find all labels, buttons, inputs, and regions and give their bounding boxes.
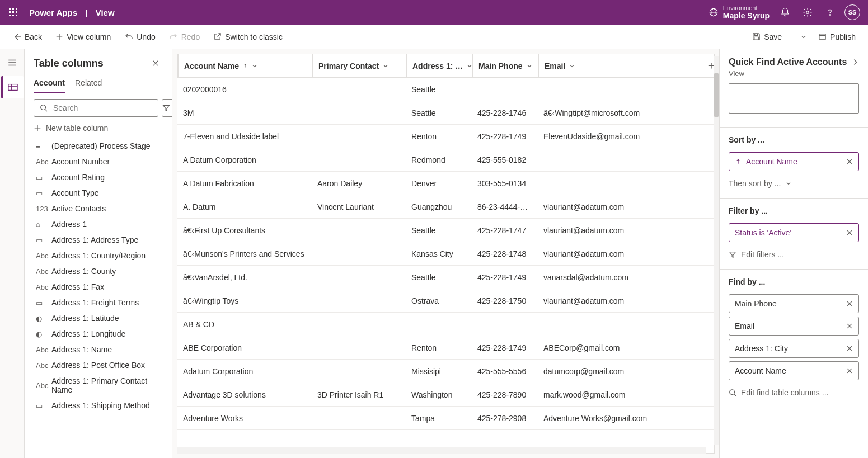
hamburger-icon[interactable] — [1, 51, 24, 74]
column-header-primary-contact[interactable]: Primary Contact — [312, 54, 406, 77]
column-item[interactable]: AbcAddress 1: Post Office Box — [34, 357, 167, 373]
column-item[interactable]: ◐Address 1: Longitude — [34, 326, 167, 342]
field-type-icon: Abc — [36, 267, 46, 276]
filter-chip-status-active[interactable]: Status is 'Active' — [729, 223, 859, 242]
name-input[interactable] — [729, 83, 859, 114]
column-header-email[interactable]: Email — [538, 54, 714, 77]
table-cell: Vincent Lauriant — [312, 202, 406, 211]
view-column-label: View column — [67, 32, 111, 41]
column-item[interactable]: ▭Account Type — [34, 185, 167, 201]
column-item[interactable]: AbcAccount Number — [34, 154, 167, 169]
app-separator: | — [85, 8, 87, 17]
find-chip[interactable]: Email — [729, 317, 859, 336]
remove-chip-icon[interactable] — [846, 158, 853, 165]
redo-button: Redo — [163, 28, 205, 46]
column-header-account-name[interactable]: Account Name — [177, 54, 312, 77]
settings-icon[interactable] — [796, 1, 819, 23]
column-item[interactable]: 123Active Contacts — [34, 201, 167, 216]
table-cell: vlauriant@adatum.com — [538, 249, 714, 258]
table-cell: Tampa — [406, 414, 472, 423]
chevron-down-icon[interactable] — [569, 63, 575, 69]
edit-filters-button[interactable]: Edit filters ... — [720, 245, 868, 263]
table-row[interactable]: AB & CD — [177, 313, 714, 336]
remove-chip-icon[interactable] — [846, 323, 853, 329]
find-chip[interactable]: Main Phone — [729, 294, 859, 313]
waffle-icon[interactable] — [4, 3, 22, 21]
table-row[interactable]: Adventure WorksTampa425-278-2908Adventur… — [177, 407, 714, 430]
table-row[interactable]: â€‹VanArsdel, Ltd.Seattle425-228-1749van… — [177, 266, 714, 289]
table-row[interactable]: A Datum FabricationAaron DaileyDenver303… — [177, 172, 714, 195]
search-field[interactable] — [52, 103, 152, 113]
table-cell: â€‹Wingtip Toys — [177, 296, 312, 305]
search-icon — [40, 104, 48, 112]
remove-chip-icon[interactable] — [846, 229, 853, 236]
save-label: Save — [764, 32, 782, 41]
save-more-button[interactable] — [797, 28, 810, 46]
table-row[interactable]: ABE CorporationRenton425-228-1749ABECorp… — [177, 336, 714, 360]
switch-classic-button[interactable]: Switch to classic — [208, 28, 288, 46]
column-header-address[interactable]: Address 1: … — [406, 54, 472, 77]
column-item[interactable]: ▭Address 1: Shipping Method — [34, 398, 167, 413]
back-button[interactable]: Back — [7, 28, 48, 46]
grid-header-row: Account Name Primary Contact Address 1: … — [177, 54, 714, 78]
chevron-down-icon[interactable] — [251, 63, 258, 69]
svg-point-16 — [730, 390, 735, 395]
column-header-main-phone[interactable]: Main Phone — [472, 54, 538, 77]
avatar-button[interactable]: SS — [841, 1, 864, 23]
table-row[interactable]: 0202000016Seattle — [177, 78, 714, 101]
column-item[interactable]: AbcAddress 1: Primary Contact Name — [34, 373, 167, 398]
new-table-column-button[interactable]: New table column — [25, 120, 172, 138]
publish-button[interactable]: Publish — [813, 28, 861, 46]
close-panel-button[interactable] — [148, 57, 163, 69]
then-sort-by-button[interactable]: Then sort by ... — [720, 174, 868, 192]
column-item[interactable]: AbcAddress 1: Country/Region — [34, 248, 167, 263]
grid-body[interactable]: 0202000016Seattle3MSeattle425-228-1746â€… — [177, 78, 714, 453]
chevron-down-icon[interactable] — [526, 63, 533, 69]
columns-tool-icon[interactable] — [1, 76, 24, 98]
tab-account[interactable]: Account — [34, 74, 65, 93]
table-row[interactable]: â€‹First Up ConsultantsSeattle425-228-17… — [177, 219, 714, 242]
column-item[interactable]: AbcAddress 1: Name — [34, 342, 167, 357]
help-icon[interactable] — [819, 1, 841, 23]
horizontal-scrollbar[interactable] — [177, 447, 706, 454]
column-item[interactable]: ≡(Deprecated) Process Stage — [34, 138, 167, 154]
column-item[interactable]: ▭Address 1: Freight Terms — [34, 295, 167, 310]
table-row[interactable]: â€‹Wingtip ToysOstrava425-228-1750vlauri… — [177, 289, 714, 313]
view-column-button[interactable]: View column — [50, 28, 116, 46]
table-row[interactable]: 7-Eleven and Udaside labelRenton425-228-… — [177, 125, 714, 148]
table-row[interactable]: Adatum CorporationMissisipi425-555-5556d… — [177, 360, 714, 383]
undo-button[interactable]: Undo — [119, 28, 161, 46]
sort-chip-account-name[interactable]: Account Name — [729, 152, 859, 171]
top-bar: Power Apps | View Environment Maple Syru… — [0, 0, 868, 25]
remove-chip-icon[interactable] — [846, 300, 853, 307]
table-row[interactable]: â€‹Munson's Printers and ServicesKansas … — [177, 242, 714, 266]
column-item[interactable]: ⌂Address 1 — [34, 216, 167, 232]
table-cell: vlauriant@adatum.com — [538, 296, 714, 305]
edit-find-columns-button[interactable]: Edit find table columns ... — [720, 384, 868, 402]
table-row[interactable]: Advantage 3D solutions3D Printer Isaih R… — [177, 383, 714, 407]
tab-related[interactable]: Related — [75, 74, 102, 93]
column-item[interactable]: AbcAddress 1: Fax — [34, 279, 167, 295]
column-list[interactable]: ≡(Deprecated) Process StageAbcAccount Nu… — [25, 138, 172, 458]
environment-selector[interactable]: Environment Maple Syrup — [709, 4, 770, 21]
column-item[interactable]: ▭Address 1: Address Type — [34, 232, 167, 248]
notifications-icon[interactable] — [774, 1, 796, 23]
table-cell: Washington — [406, 390, 472, 399]
table-cell: 3D Printer Isaih R1 — [312, 390, 406, 399]
table-row[interactable]: 3MSeattle425-228-1746â€‹Wingtipt@microso… — [177, 101, 714, 125]
save-button[interactable]: Save — [747, 28, 787, 46]
table-row[interactable]: A Datum CorporationRedmond425-555-0182 — [177, 148, 714, 172]
collapse-panel-button[interactable] — [851, 58, 859, 66]
column-item[interactable]: AbcAddress 1: County — [34, 263, 167, 279]
chevron-down-icon[interactable] — [466, 63, 472, 69]
vertical-scrollbar[interactable] — [714, 56, 719, 445]
chevron-down-icon[interactable] — [382, 63, 389, 69]
find-chip[interactable]: Address 1: City — [729, 339, 859, 358]
search-input[interactable] — [34, 99, 158, 117]
column-item[interactable]: ▭Account Rating — [34, 169, 167, 185]
remove-chip-icon[interactable] — [846, 345, 853, 352]
column-item[interactable]: ◐Address 1: Latitude — [34, 310, 167, 326]
find-chip[interactable]: Account Name — [729, 361, 859, 380]
remove-chip-icon[interactable] — [846, 367, 853, 374]
table-row[interactable]: A. DatumVincent LauriantGuangzhou86-23-4… — [177, 195, 714, 219]
